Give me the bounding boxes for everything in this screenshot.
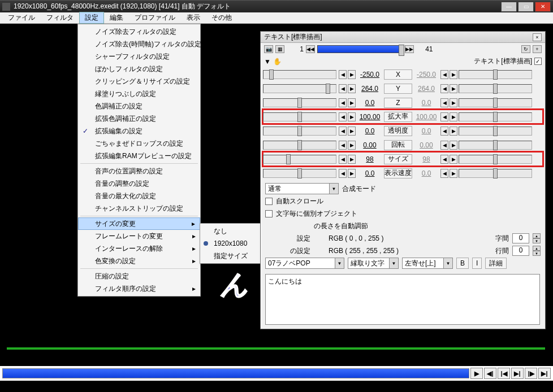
close-button[interactable]: ✕ bbox=[535, 2, 551, 12]
param-slider-right[interactable] bbox=[459, 98, 532, 107]
font-select[interactable]: 07ラノベPOP▼ bbox=[265, 258, 344, 269]
menu-item[interactable]: 音声の位置調整の設定 bbox=[78, 165, 200, 177]
add-icon[interactable]: + bbox=[533, 45, 542, 53]
menu-item[interactable]: シャープフィルタの設定 bbox=[78, 50, 200, 63]
menu-item[interactable]: 縁塗りつぶしの設定 bbox=[78, 88, 200, 100]
decoration-select[interactable]: 縁取り文字▼ bbox=[348, 258, 399, 269]
text-input[interactable]: こんにちは bbox=[265, 274, 540, 325]
menu-item[interactable]: ノイズ除去(時間軸)フィルタの設定 bbox=[78, 38, 200, 50]
detail-button[interactable]: 詳細 bbox=[485, 258, 507, 269]
inc-button[interactable]: ▶ bbox=[348, 84, 356, 93]
menu-edit[interactable]: 編集 bbox=[104, 12, 129, 24]
line-input[interactable]: 0 bbox=[512, 246, 529, 256]
object-enable-checkbox[interactable] bbox=[534, 58, 542, 65]
param-slider-left[interactable] bbox=[263, 169, 336, 178]
menu-filter[interactable]: フィルタ bbox=[41, 12, 79, 24]
param-value[interactable]: 100.00 bbox=[357, 113, 383, 121]
param-label[interactable]: 表示速度 bbox=[384, 168, 412, 178]
menu-other[interactable]: その他 bbox=[206, 12, 237, 24]
param-value[interactable]: 264.0 bbox=[357, 85, 383, 93]
inc2-button[interactable]: ▶ bbox=[450, 169, 457, 178]
dec2-button[interactable]: ◀ bbox=[440, 84, 448, 93]
maximize-button[interactable]: ▭ bbox=[518, 2, 534, 12]
seek-slider[interactable] bbox=[2, 368, 469, 378]
refresh-icon[interactable]: ↻ bbox=[521, 45, 530, 53]
param-value2[interactable]: 98 bbox=[413, 155, 439, 163]
dec-button[interactable]: ◀ bbox=[339, 155, 347, 164]
minimize-button[interactable]: — bbox=[501, 2, 517, 12]
play-button[interactable]: ▶ bbox=[470, 368, 483, 379]
dec2-button[interactable]: ◀ bbox=[440, 127, 448, 136]
param-value[interactable]: 98 bbox=[357, 155, 383, 163]
dec-button[interactable]: ◀ bbox=[339, 70, 347, 79]
param-slider-right[interactable] bbox=[459, 84, 532, 93]
menu-item[interactable]: 色変換の設定▸ bbox=[78, 255, 200, 267]
param-label[interactable]: 拡大率 bbox=[384, 112, 412, 122]
next-frame-button[interactable]: |▶ bbox=[525, 368, 537, 379]
inc2-button[interactable]: ▶ bbox=[450, 70, 457, 79]
menu-view[interactable]: 表示 bbox=[181, 12, 206, 24]
frame-prev-button[interactable]: ◀◀ bbox=[306, 45, 315, 53]
param-value2[interactable]: 264.0 bbox=[413, 85, 439, 93]
menu-item[interactable]: クリッピング＆リサイズの設定 bbox=[78, 75, 200, 88]
param-value2[interactable]: 100.00 bbox=[413, 113, 439, 121]
param-slider-left[interactable] bbox=[263, 141, 336, 150]
inc-button[interactable]: ▶ bbox=[348, 155, 356, 164]
panel-close-button[interactable]: × bbox=[533, 33, 542, 41]
param-slider-left[interactable] bbox=[263, 155, 336, 164]
param-slider-left[interactable] bbox=[263, 127, 336, 136]
param-slider-left[interactable] bbox=[263, 112, 336, 121]
dec-button[interactable]: ◀ bbox=[339, 169, 347, 178]
inc2-button[interactable]: ▶ bbox=[450, 155, 457, 164]
param-label[interactable]: Y bbox=[384, 84, 412, 94]
param-slider-right[interactable] bbox=[459, 70, 532, 79]
param-slider-left[interactable] bbox=[263, 98, 336, 107]
bold-button[interactable]: B bbox=[456, 258, 469, 269]
size-none[interactable]: なし bbox=[200, 225, 261, 237]
param-label[interactable]: X bbox=[384, 69, 412, 80]
dec-button[interactable]: ◀ bbox=[339, 112, 347, 121]
dec-button[interactable]: ◀ bbox=[339, 84, 347, 93]
param-slider-left[interactable] bbox=[263, 70, 336, 79]
dec-button[interactable]: ◀ bbox=[339, 127, 347, 136]
param-label[interactable]: 回転 bbox=[384, 140, 412, 150]
menu-profile[interactable]: プロファイル bbox=[129, 12, 181, 24]
blend-mode-select[interactable]: 通常▼ bbox=[265, 183, 339, 194]
param-label[interactable]: サイズ bbox=[384, 154, 412, 164]
inc2-button[interactable]: ▶ bbox=[450, 127, 457, 136]
menu-settings[interactable]: 設定 bbox=[79, 12, 104, 24]
menu-file[interactable]: ファイル bbox=[2, 12, 41, 24]
param-label[interactable]: 透明度 bbox=[384, 126, 412, 136]
param-slider-right[interactable] bbox=[459, 169, 532, 178]
size-preset[interactable]: 1920x1080 bbox=[200, 237, 261, 250]
param-value[interactable]: 0.00 bbox=[357, 141, 383, 149]
inc-button[interactable]: ▶ bbox=[348, 98, 356, 107]
menu-item[interactable]: フレームレートの変更▸ bbox=[78, 230, 200, 242]
inc-button[interactable]: ▶ bbox=[348, 141, 356, 150]
menu-item[interactable]: ノイズ除去フィルタの設定 bbox=[78, 25, 200, 38]
inc2-button[interactable]: ▶ bbox=[450, 141, 457, 150]
menu-item[interactable]: フィルタ順序の設定▸ bbox=[78, 282, 200, 295]
layer-icon[interactable]: ▦ bbox=[275, 45, 284, 53]
param-value2[interactable]: 0.0 bbox=[413, 99, 439, 107]
dec-button[interactable]: ◀ bbox=[339, 141, 347, 150]
per-char-checkbox[interactable] bbox=[265, 210, 273, 217]
step-back-button[interactable]: |◀ bbox=[498, 368, 510, 379]
inc-button[interactable]: ▶ bbox=[348, 127, 356, 136]
align-select[interactable]: 左寄せ[上]▼ bbox=[402, 258, 453, 269]
param-value[interactable]: -250.0 bbox=[357, 71, 383, 79]
spacing-input[interactable]: 0 bbox=[512, 233, 529, 243]
param-label[interactable]: Z bbox=[384, 98, 412, 108]
line-stepper[interactable]: ▲▼ bbox=[533, 246, 541, 256]
auto-scroll-checkbox[interactable] bbox=[265, 198, 273, 205]
hand-icon[interactable]: ✋ bbox=[273, 58, 282, 66]
menu-item[interactable]: ✓拡張編集の設定 bbox=[78, 125, 200, 137]
menu-item[interactable]: ごちゃまぜドロップスの設定 bbox=[78, 137, 200, 150]
param-value[interactable]: 0.0 bbox=[357, 127, 383, 135]
italic-button[interactable]: I bbox=[472, 258, 482, 269]
end-button[interactable]: ▶| bbox=[538, 368, 551, 379]
menu-item[interactable]: インターレースの解除▸ bbox=[78, 242, 200, 255]
param-slider-right[interactable] bbox=[459, 141, 532, 150]
dec-button[interactable]: ◀ bbox=[339, 98, 347, 107]
menu-item[interactable]: 音量の調整の設定 bbox=[78, 177, 200, 190]
